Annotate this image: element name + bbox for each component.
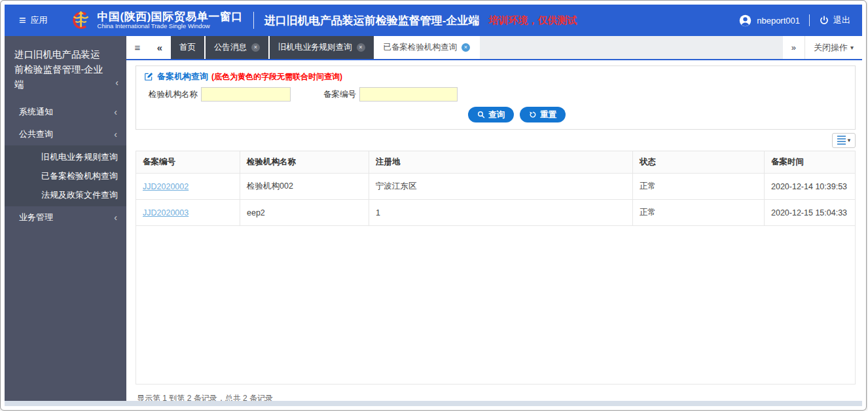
record-number-label: 备案编号	[319, 89, 356, 100]
page-title: 进口旧机电产品装运前检验监督管理-企业端	[264, 13, 480, 28]
cell-institution-name: eep2	[240, 200, 369, 226]
caret-down-icon: ▾	[848, 137, 851, 143]
record-number-input[interactable]	[359, 87, 458, 102]
window: ≡ 应用 中国(陕西)国际贸易单一窗口 China International …	[0, 0, 867, 411]
user-divider	[809, 14, 810, 26]
close-operations-label: 关闭操作	[814, 42, 848, 54]
cell-record-time: 2020-12-14 10:39:53	[765, 174, 856, 200]
tab-registered-inspection-agency-query[interactable]: 已备案检验机构查询 ×	[375, 36, 479, 59]
header-divider	[253, 12, 254, 29]
content-area: ≡ « 首页 公告消息 × 旧机电业务规则查询 × 已备案检验机构查询 ×	[126, 36, 862, 401]
close-tab-icon[interactable]: ×	[357, 43, 365, 52]
scroll-tabs-right-icon[interactable]: »	[783, 36, 805, 59]
tab-home[interactable]: 首页	[171, 36, 204, 59]
cell-status: 正常	[633, 200, 765, 226]
table-row: JJD2020002 检验机构002 宁波江东区 正常 2020-12-14 1…	[136, 174, 855, 200]
table-toolbar: ▾	[136, 130, 856, 151]
institution-name-label: 检验机构名称	[144, 89, 198, 100]
record-number-link[interactable]: JJD2020002	[143, 182, 189, 191]
cell-record-time: 2020-12-15 15:04:33	[765, 200, 856, 226]
brand-subtitle: China International Trade Single Window	[98, 23, 243, 30]
institution-name-input[interactable]	[201, 87, 291, 102]
reset-button-label: 重置	[540, 109, 556, 121]
sidebar-item-label: 公共查询	[19, 123, 53, 145]
tab-label: 首页	[179, 42, 196, 53]
sidebar: 进口旧机电产品装运前检验监督管理-企业端 ‹ 系统通知 ‹ 公共查询 ‹ 旧机电…	[5, 36, 126, 401]
close-tab-icon[interactable]: ×	[251, 43, 260, 52]
search-button[interactable]: 查询	[468, 107, 514, 122]
tab-announcements[interactable]: 公告消息 ×	[206, 36, 268, 59]
chevron-left-icon: ‹	[114, 206, 117, 229]
tab-label: 已备案检验机构查询	[384, 42, 458, 53]
reset-button[interactable]: 重置	[520, 107, 566, 122]
sidebar-item-system-notice[interactable]: 系统通知 ‹	[5, 101, 126, 123]
field-record-number: 备案编号	[319, 87, 458, 102]
sidebar-title[interactable]: 进口旧机电产品装运前检验监督管理-企业端 ‹	[5, 36, 126, 101]
tab-bar: ≡ « 首页 公告消息 × 旧机电业务规则查询 × 已备案检验机构查询 ×	[126, 36, 862, 60]
column-header: 检验机构名称	[240, 151, 369, 174]
scroll-tabs-left-icon[interactable]: «	[149, 36, 171, 59]
cell-institution-name: 检验机构002	[240, 174, 369, 200]
tab-bar-filler	[480, 36, 783, 59]
columns-toggle-button[interactable]: ▾	[832, 133, 856, 148]
chevron-left-icon: ‹	[115, 75, 118, 90]
search-button-label: 查询	[488, 109, 505, 121]
caret-down-icon: ▾	[850, 44, 854, 51]
query-actions: 查询 重置	[144, 107, 847, 122]
sidebar-item-label: 业务管理	[19, 206, 53, 229]
cell-registered-place: 1	[369, 200, 633, 226]
sidebar-title-label: 进口旧机电产品装运前检验监督管理-企业端	[14, 49, 103, 90]
sidebar-item-regulations-policy-files-query[interactable]: 法规及政策文件查询	[5, 185, 126, 204]
page-body: 备案机构查询 (底色为黄色的字段无需联合时间查询) 检验机构名称 备案编号	[126, 60, 862, 401]
column-header: 备案时间	[765, 151, 856, 174]
cell-registered-place: 宁波江东区	[369, 174, 633, 200]
sidebar-item-registered-inspection-agency-query[interactable]: 已备案检验机构查询	[5, 166, 126, 185]
table-header-row: 备案编号 检验机构名称 注册地 状态 备案时间	[136, 151, 855, 174]
chevron-left-icon: ‹	[114, 101, 117, 123]
sidebar-item-business-management[interactable]: 业务管理 ‹	[5, 206, 126, 229]
records-summary: 显示第 1 到第 2 条记录，总共 2 条记录	[137, 393, 856, 401]
sidebar-item-old-machinery-rules-query[interactable]: 旧机电业务规则查询	[5, 147, 126, 166]
table-row: JJD2020003 eep2 1 正常 2020-12-15 15:04:33	[136, 200, 855, 226]
query-panel: 备案机构查询 (底色为黄色的字段无需联合时间查询) 检验机构名称 备案编号	[136, 66, 856, 130]
tab-old-machinery-rules-query[interactable]: 旧机电业务规则查询 ×	[270, 36, 374, 59]
tab-label: 公告消息	[214, 42, 247, 53]
brand-title: 中国(陕西)国际贸易单一窗口	[98, 10, 243, 24]
tab-label: 旧机电业务规则查询	[278, 42, 352, 53]
list-columns-icon	[837, 136, 846, 145]
cell-status: 正常	[633, 174, 765, 200]
sidebar-submenu-public-query: 旧机电业务规则查询 已备案检验机构查询 法规及政策文件查询	[5, 145, 126, 206]
record-number-link[interactable]: JJD2020003	[143, 208, 189, 217]
column-header: 状态	[633, 151, 765, 174]
close-tab-icon[interactable]: ×	[461, 43, 470, 52]
main-area: 进口旧机电产品装运前检验监督管理-企业端 ‹ 系统通知 ‹ 公共查询 ‹ 旧机电…	[5, 36, 862, 401]
column-header: 注册地	[369, 151, 633, 174]
bottom-edge-strip	[5, 401, 862, 406]
field-institution-name: 检验机构名称	[144, 87, 291, 102]
app: ≡ 应用 中国(陕西)国际贸易单一窗口 China International …	[5, 5, 862, 406]
sidebar-item-public-query[interactable]: 公共查询 ‹	[5, 123, 126, 145]
query-fields: 检验机构名称 备案编号	[144, 87, 847, 102]
results-table: 备案编号 检验机构名称 注册地 状态 备案时间 JJD2020002 检验机构0…	[136, 151, 856, 384]
tab-list-icon[interactable]: ≡	[126, 36, 149, 59]
power-icon[interactable]	[819, 15, 829, 26]
logout-button[interactable]: 退出	[833, 14, 850, 26]
query-panel-title: 备案机构查询	[157, 71, 208, 83]
user-icon	[739, 14, 751, 27]
query-panel-note: (底色为黄色的字段无需联合时间查询)	[211, 71, 342, 83]
brand-block: 中国(陕西)国际贸易单一窗口 China International Trade…	[98, 10, 243, 30]
app-header: ≡ 应用 中国(陕西)国际贸易单一窗口 China International …	[5, 5, 862, 36]
sidebar-item-label: 系统通知	[19, 101, 53, 123]
chevron-left-icon: ‹	[114, 123, 117, 145]
apps-menu-label[interactable]: 应用	[31, 14, 48, 26]
query-panel-header: 备案机构查询 (底色为黄色的字段无需联合时间查询)	[144, 71, 847, 83]
brand-logo-icon	[70, 9, 92, 31]
close-operations-menu[interactable]: 关闭操作 ▾	[805, 36, 862, 59]
column-header: 备案编号	[136, 151, 240, 174]
user-area: nbeport001 退出	[739, 14, 850, 27]
edit-icon	[144, 72, 153, 81]
apps-hamburger-icon[interactable]: ≡	[19, 14, 26, 26]
username[interactable]: nbeport001	[757, 16, 800, 26]
environment-notice: 培训环境，仅供测试	[489, 14, 577, 27]
